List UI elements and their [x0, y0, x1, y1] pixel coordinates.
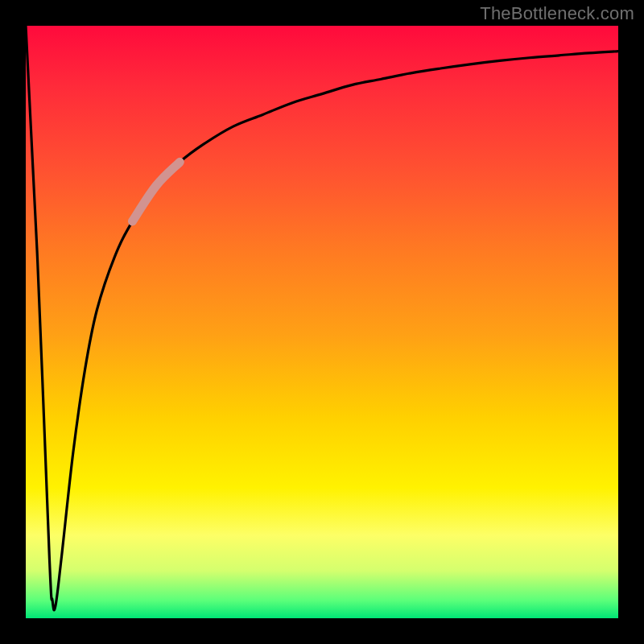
- chart-frame: TheBottleneck.com: [0, 0, 644, 644]
- bottleneck-curve: [26, 26, 618, 618]
- plot-area: [26, 26, 618, 618]
- curve-path: [26, 26, 618, 610]
- watermark-text: TheBottleneck.com: [480, 3, 634, 24]
- curve-highlight: [132, 162, 180, 221]
